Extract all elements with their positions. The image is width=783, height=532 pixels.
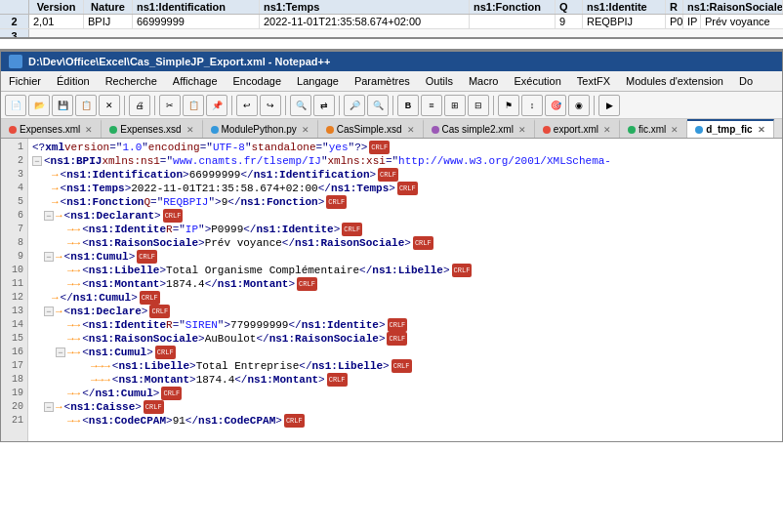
crlf-19: CRLF: [161, 387, 182, 400]
crlf-14: CRLF: [388, 318, 408, 332]
code-line-16: − →→ <ns1:Cumul>CRLF: [32, 346, 778, 359]
menu-parametres[interactable]: Paramètres: [347, 73, 418, 89]
tab-close-expenses-xml[interactable]: ✕: [85, 125, 93, 135]
col-b-header: Nature: [84, 0, 133, 14]
toolbar-saveall[interactable]: 📋: [75, 95, 97, 116]
toolbar-b7[interactable]: 🎯: [545, 95, 566, 116]
menu-do[interactable]: Do: [731, 73, 761, 89]
toolbar-b6[interactable]: ↕: [521, 95, 543, 116]
crlf-10: CRLF: [452, 264, 473, 277]
code-line-17: →→→ <ns1:Libelle>Total Entreprise</ns1:L…: [32, 359, 778, 373]
toolbar-print[interactable]: 🖨: [129, 95, 150, 116]
tab-close-cassimple2[interactable]: ✕: [518, 125, 526, 135]
npp-tabs: Expenses.xml ✕ Expenses.xsd ✕ ModulePyth…: [1, 119, 782, 139]
cell-f2: 9: [556, 15, 583, 28]
tab-modulepython[interactable]: ModulePython.py ✕: [203, 119, 318, 138]
crlf-5: CRLF: [326, 195, 347, 209]
tab-close-modulepython[interactable]: ✕: [302, 125, 309, 135]
tab-fic-xml[interactable]: fic.xml ✕: [620, 119, 687, 138]
toolbar-zoomout[interactable]: 🔍: [367, 95, 389, 116]
tab-d-tmp-fic[interactable]: d_tmp_fic ✕: [687, 119, 773, 138]
toolbar-open[interactable]: 📂: [28, 95, 50, 116]
menu-macro[interactable]: Macro: [461, 73, 507, 89]
toolbar-b3[interactable]: ⊞: [444, 95, 466, 116]
code-line-9: − → <ns1:Cumul>CRLF: [32, 250, 778, 264]
toolbar-redo[interactable]: ↪: [260, 95, 281, 116]
line-numbers: 1 2 3 4 5 6 7 8 9 10 11 12 13 14 15 16 1…: [1, 139, 28, 441]
tab-export-xml[interactable]: export.xml ✕: [535, 119, 620, 138]
tab-close-export[interactable]: ✕: [603, 125, 611, 135]
tab-label-cassimple-xsd: CasSimple.xsd: [337, 124, 402, 135]
toolbar-save[interactable]: 💾: [52, 95, 73, 116]
menu-encodage[interactable]: Encodage: [226, 73, 290, 89]
col-i-header: ns1:RaisonSociale: [683, 0, 783, 14]
menu-modules[interactable]: Modules d'extension: [618, 73, 731, 89]
code-line-10: →→ <ns1:Libelle>Total Organisme Compléme…: [32, 264, 778, 277]
collapse-6[interactable]: −: [44, 211, 54, 221]
excel-section: Version Nature ns1:Identification ns1:Te…: [0, 0, 783, 51]
menu-edition[interactable]: Édition: [49, 73, 98, 89]
toolbar-zoomin[interactable]: 🔎: [344, 95, 365, 116]
toolbar-b9[interactable]: ▶: [598, 95, 620, 116]
toolbar-cut[interactable]: ✂: [159, 95, 181, 116]
toolbar-find[interactable]: 🔍: [290, 95, 311, 116]
crlf-17: CRLF: [392, 359, 412, 373]
tab-color-cassimple-xsd: [326, 126, 334, 134]
toolbar-sep-8: [594, 96, 595, 115]
code-line-6: − → <ns1:Declarant>CRLF: [32, 209, 778, 223]
crlf-4: CRLF: [397, 182, 418, 195]
code-line-2: − <ns1:BPIJ xmlns:ns1="www.cnamts.fr/tls…: [32, 154, 778, 168]
tab-label-d-tmp-fic: d_tmp_fic: [706, 124, 752, 135]
menu-fichier[interactable]: Fichier: [1, 73, 49, 89]
collapse-13[interactable]: −: [44, 307, 54, 316]
npp-title: D:\Dev\Office\Excel\Cas_SimpleJP_Export.…: [28, 56, 330, 67]
crlf-3: CRLF: [378, 168, 398, 182]
menu-langage[interactable]: Langage: [289, 73, 347, 89]
tab-color-export: [543, 126, 551, 134]
toolbar-sep-3: [231, 96, 232, 115]
toolbar-new[interactable]: 📄: [5, 95, 26, 116]
cell-e2: [470, 15, 556, 28]
menu-outils[interactable]: Outils: [418, 73, 461, 89]
crlf-8: CRLF: [413, 236, 433, 250]
menu-execution[interactable]: Exécution: [506, 73, 568, 89]
code-lines: <?xml version="1.0" encoding="UTF-8" sta…: [28, 139, 782, 441]
menu-affichage[interactable]: Affichage: [165, 73, 226, 89]
toolbar-copy[interactable]: 📋: [183, 95, 204, 116]
toolbar-b1[interactable]: B: [397, 95, 419, 116]
row-2-num: 2: [0, 15, 29, 28]
menu-textfx[interactable]: TextFX: [569, 73, 618, 89]
tab-close-cassimple-xsd[interactable]: ✕: [407, 125, 415, 135]
notepadpp-window: D:\Dev\Office\Excel\Cas_SimpleJP_Export.…: [0, 51, 783, 442]
crlf-13: CRLF: [149, 305, 170, 318]
toolbar-close[interactable]: ✕: [99, 95, 120, 116]
cell-i2: Prév voyance: [701, 15, 783, 28]
code-line-1: <?xml version="1.0" encoding="UTF-8" sta…: [32, 141, 778, 154]
code-line-8: →→ <ns1:RaisonSociale>Prév voyance</ns1:…: [32, 236, 778, 250]
collapse-9[interactable]: −: [44, 252, 54, 262]
toolbar-b5[interactable]: ⚑: [498, 95, 519, 116]
tab-close-expenses-xsd[interactable]: ✕: [186, 125, 194, 135]
toolbar-b4[interactable]: ⊟: [468, 95, 489, 116]
menu-recherche[interactable]: Recherche: [98, 73, 165, 89]
tab-cassimple-xsd[interactable]: CasSimple.xsd ✕: [318, 119, 424, 138]
tab-cassimple2-xml[interactable]: Cas simple2.xml ✕: [424, 119, 535, 138]
collapse-16[interactable]: −: [56, 348, 65, 357]
toolbar-undo[interactable]: ↩: [236, 95, 258, 116]
code-line-3: → <ns1:Identification>66999999</ns1:Iden…: [32, 168, 778, 182]
tab-expenses-xsd[interactable]: Expenses.xsd ✕: [102, 119, 202, 138]
toolbar-sep-7: [493, 96, 494, 115]
tab-expenses-xml[interactable]: Expenses.xml ✕: [1, 119, 102, 138]
code-line-4: → <ns1:Temps>2022-11-01T21:35:58.674+02:…: [32, 182, 778, 195]
toolbar-sep-5: [339, 96, 340, 115]
tab-color-cassimple2: [432, 126, 439, 134]
toolbar-b2[interactable]: ≡: [421, 95, 442, 116]
toolbar-b8[interactable]: ◉: [568, 95, 590, 116]
tab-close-d-tmp-fic[interactable]: ✕: [758, 125, 765, 135]
collapse-2[interactable]: −: [32, 156, 42, 166]
collapse-20[interactable]: −: [44, 402, 54, 412]
cell-g2: REQBPIJ: [583, 15, 666, 28]
toolbar-replace[interactable]: ⇄: [313, 95, 335, 116]
tab-close-fic[interactable]: ✕: [671, 125, 679, 135]
toolbar-paste[interactable]: 📌: [206, 95, 227, 116]
